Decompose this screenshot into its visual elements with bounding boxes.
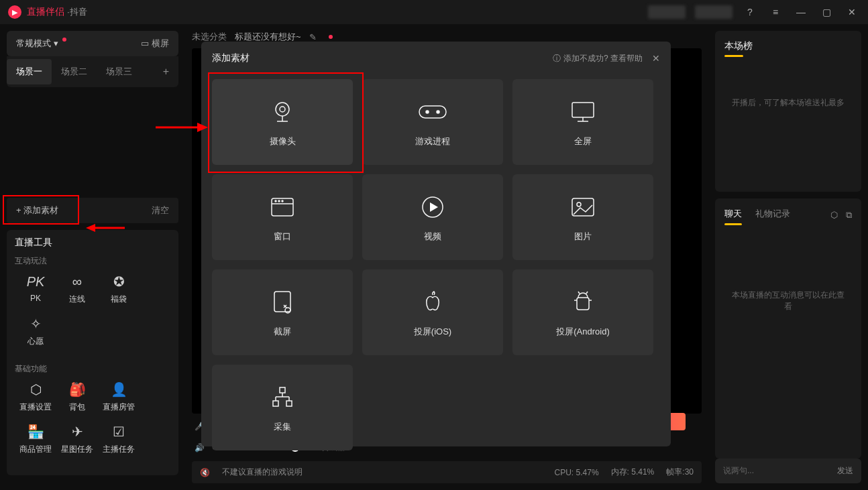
tool-lianmai[interactable]: ∞连线 [56,272,98,305]
svg-marker-34 [86,224,95,232]
capture-icon [270,382,294,413]
cpu-stat: CPU: 5.47% [555,468,599,477]
help-icon[interactable]: ? [742,7,758,17]
clear-button[interactable]: 清空 [152,204,169,217]
scene-tab-3[interactable]: 场景三 [97,59,142,84]
modal-close-button[interactable]: ✕ [652,53,660,64]
tool-backpack[interactable]: 🎒背包 [56,380,98,413]
shop-icon: 🏪 [15,422,56,441]
material-image[interactable]: 图片 [512,174,653,260]
material-window[interactable]: 窗口 [212,174,353,260]
modal-help-link[interactable]: ⓘ 添加不成功? 查看帮助 [553,53,643,64]
window-icon [270,192,294,223]
svg-point-0 [276,103,289,116]
svg-point-20 [285,308,290,313]
wish-icon: ✧ [15,314,56,333]
tool-wish[interactable]: ✧心愿 [15,314,56,347]
tools-sub-interactive: 互动玩法 [15,255,170,267]
material-capture[interactable]: 采集 [212,365,353,450]
svg-point-6 [437,111,439,113]
blurred-user-1 [648,5,686,19]
tool-fubao[interactable]: ✪福袋 [98,272,140,305]
tools-sub-basic: 基础功能 [15,363,170,375]
material-screenshot[interactable]: 截屏 [212,269,353,355]
tab-gift[interactable]: 礼物记录 [755,208,790,223]
tool-anchor-task[interactable]: ☑主播任务 [98,422,140,455]
leaderboard-empty: 开播后，可了解本场谁送礼最多 [724,57,852,149]
svg-point-12 [275,200,276,202]
svg-point-14 [282,200,283,202]
svg-point-5 [426,111,429,113]
svg-rect-26 [280,387,285,393]
star-icon: ✪ [98,272,140,291]
mem-stat: 内存: 5.41% [611,467,655,478]
annotation-arrow-2 [154,121,208,134]
status-bar: 🔇 不建议直播的游戏说明 CPU: 5.47% 内存: 5.41% 帧率:30 [192,461,702,483]
material-game[interactable]: 游戏进程 [362,79,503,165]
game-warning[interactable]: 不建议直播的游戏说明 [222,467,303,478]
material-cast-ios[interactable]: 投屏(iOS) [362,269,503,355]
menu-icon[interactable]: ≡ [767,7,783,17]
popout-icon[interactable]: ⧉ [846,210,852,221]
scene-tabs: 场景一 场景二 场景三 + [7,56,178,87]
material-video[interactable]: 视频 [362,174,503,260]
hexagon-icon[interactable]: ⬡ [830,210,838,221]
material-camera[interactable]: 摄像头 [212,79,353,165]
add-material-modal: 添加素材 ⓘ 添加不成功? 查看帮助 ✕ 摄像头 游戏进程 全屏 窗口 视频 图… [201,42,671,446]
app-logo: ▶ [8,5,21,19]
check-icon: ☑ [98,422,140,441]
right-panel: 本场榜 开播后，可了解本场谁送礼最多 聊天 礼物记录 ⬡ ⧉ 本场直播的互动消息… [708,24,868,490]
chat-input[interactable]: 说两句... 发送 [715,458,861,483]
material-cast-android[interactable]: 投屏(Android) [512,269,653,355]
tool-star-task[interactable]: ✈星图任务 [56,422,98,455]
svg-rect-21 [577,298,589,310]
material-fullscreen[interactable]: 全屏 [512,79,653,165]
edit-title-icon[interactable]: ✎ [309,32,317,42]
chat-empty: 本场直播的互动消息可以在此查看 [724,223,852,379]
leaderboard-card: 本场榜 开播后，可了解本场谁送礼最多 [715,31,861,192]
svg-rect-28 [286,401,292,406]
svg-rect-4 [419,106,446,118]
left-panel: 常规模式 ▾ ▭ 横屏 场景一 场景二 场景三 + + 添加素材 清空 直播工具… [0,24,185,490]
add-material-bar: + 添加素材 清空 [7,198,178,223]
scissors-icon [272,287,293,318]
titlebar: ▶ 直播伴侣 ·抖音 ? ≡ — ▢ ✕ [0,0,868,24]
mode-header[interactable]: 常规模式 ▾ ▭ 横屏 [7,31,178,56]
svg-marker-36 [197,123,208,132]
scene-tab-1[interactable]: 场景一 [7,59,52,84]
monitor-icon [569,97,596,127]
fps-stat: 帧率:30 [666,467,694,478]
play-circle-icon [421,192,445,223]
close-icon[interactable]: ✕ [844,7,860,17]
orientation-label[interactable]: 横屏 [152,38,169,48]
app-sub: ·抖音 [67,6,87,18]
tool-settings[interactable]: ⬡直播设置 [15,380,56,413]
admin-icon: 👤 [98,380,140,399]
add-scene-button[interactable]: + [154,66,178,78]
maximize-icon[interactable]: ▢ [818,7,834,17]
tools-panel: 直播工具 互动玩法 PKPK ∞连线 ✪福袋 ✧心愿 基础功能 ⬡直播设置 🎒背… [7,230,178,475]
app-name: 直播伴侣 [27,6,64,18]
scene-tab-2[interactable]: 场景二 [52,59,97,84]
add-material-button[interactable]: + 添加素材 [16,204,58,217]
blurred-user-2 [695,5,733,19]
bag-icon: 🎒 [56,380,98,399]
chat-placeholder: 说两句... [723,465,754,477]
mute-off-icon[interactable]: 🔇 [200,468,210,477]
pk-icon: PK [15,272,56,291]
link-icon: ∞ [56,272,98,291]
tool-shop[interactable]: 🏪商品管理 [15,422,56,455]
send-button[interactable]: 发送 [837,465,853,477]
gamepad-icon [418,97,447,127]
minimize-icon[interactable]: — [793,7,809,17]
svg-marker-16 [430,202,438,212]
android-icon [573,287,593,318]
svg-line-24 [578,292,580,294]
image-icon [571,192,595,223]
svg-rect-7 [572,103,594,117]
svg-point-1 [280,107,285,112]
tab-chat[interactable]: 聊天 [724,208,742,223]
chat-card: 聊天 礼物记录 ⬡ ⧉ 本场直播的互动消息可以在此查看 [715,198,861,458]
tool-room-admin[interactable]: 👤直播房管 [98,380,140,413]
tool-pk[interactable]: PKPK [15,272,56,305]
